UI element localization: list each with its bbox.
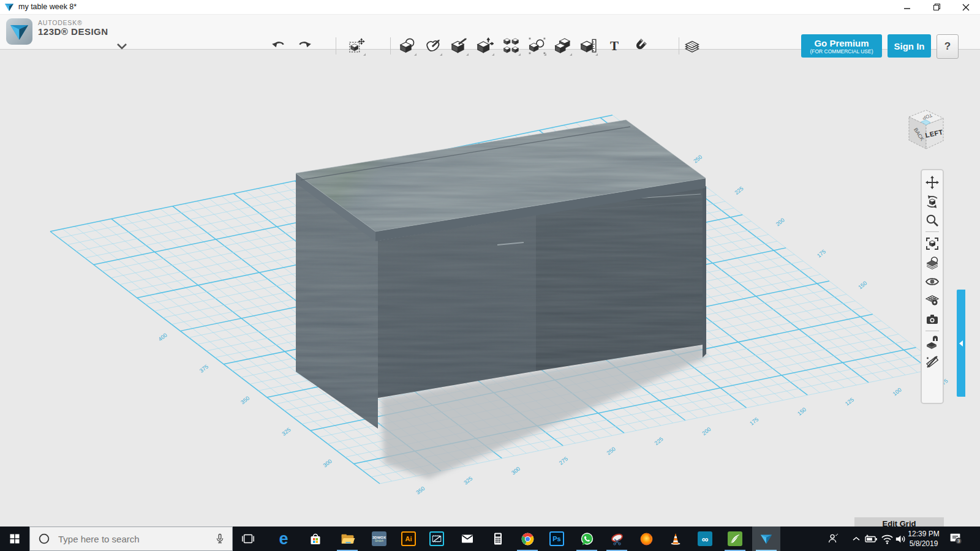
- tray-battery-icon[interactable]: [864, 531, 878, 546]
- measure-icon: [580, 37, 597, 54]
- grid-axis-label: 300: [322, 458, 333, 468]
- modify-tool-button[interactable]: [475, 36, 496, 56]
- taskbar-arduino[interactable]: ∞: [691, 527, 719, 551]
- construct-tool-button[interactable]: [449, 36, 470, 56]
- whatsapp-icon: [579, 531, 595, 547]
- taskbar-chrome[interactable]: [513, 527, 541, 551]
- transform-tool-button[interactable]: [346, 36, 367, 56]
- eye-icon: [925, 274, 940, 289]
- redo-button[interactable]: [294, 36, 315, 56]
- zoom-button[interactable]: [923, 211, 941, 230]
- zoom-fit-button[interactable]: [923, 234, 941, 253]
- 3dwox-icon: 3DWOX Sindoh: [372, 531, 386, 546]
- table-model[interactable]: [296, 120, 706, 479]
- drawer-seam: [589, 202, 701, 209]
- taskbar-vlc[interactable]: [662, 527, 690, 551]
- taskbar-snipping-tool[interactable]: [603, 527, 631, 551]
- 3d-viewport[interactable]: 3503253002752502252001751501251007540037…: [0, 49, 980, 527]
- snap-settings-button[interactable]: [923, 333, 941, 352]
- combine-tool-button[interactable]: [552, 36, 573, 56]
- side-panel-handle[interactable]: [957, 290, 965, 397]
- taskbar-video-editor[interactable]: [423, 527, 451, 551]
- firefox-icon: [639, 531, 654, 547]
- tray-clock[interactable]: 12:39 PM 5/8/2019: [904, 529, 943, 549]
- tray-chevron-up[interactable]: [849, 531, 864, 546]
- video-editor-icon: [429, 531, 444, 546]
- view-cube[interactable]: TOP BACK LEFT: [902, 106, 949, 159]
- taskbar-firefox[interactable]: [632, 527, 660, 551]
- main-menu-chevron[interactable]: [116, 43, 127, 50]
- text-tool-button[interactable]: T: [604, 36, 625, 56]
- store-icon: [308, 531, 323, 546]
- undo-button[interactable]: [268, 36, 289, 56]
- orbit-button[interactable]: [923, 192, 941, 211]
- view-style-button[interactable]: [923, 253, 941, 272]
- grid-axis-label: 350: [415, 485, 426, 495]
- minimize-button[interactable]: [893, 0, 921, 14]
- primitives-tool-button[interactable]: [397, 36, 418, 56]
- tray-date: 5/8/2019: [904, 539, 943, 549]
- ruler-disabled-button[interactable]: [923, 352, 941, 371]
- cortana-icon: [37, 532, 51, 545]
- tabletop-edge-left: [296, 173, 375, 241]
- brand-text: AUTODESK® 123D® DESIGN: [38, 20, 108, 37]
- toolbar-separator: [336, 37, 336, 54]
- go-premium-button[interactable]: Go Premium (FOR COMMERCIAL USE): [801, 34, 882, 58]
- measure-tool-button[interactable]: [578, 36, 599, 56]
- design-app-icon: [728, 531, 742, 546]
- window-title-bar[interactable]: my table week 8*: [0, 0, 980, 15]
- modify-icon: [477, 37, 494, 54]
- tray-action-center[interactable]: 3: [948, 531, 963, 546]
- taskbar-mail[interactable]: [453, 527, 481, 551]
- start-button[interactable]: [0, 527, 29, 551]
- app-logo[interactable]: [6, 18, 32, 45]
- tray-time: 12:39 PM: [904, 529, 943, 539]
- grid-axis-label: 400: [157, 332, 168, 342]
- search-input[interactable]: [57, 533, 214, 545]
- pattern-tool-button[interactable]: [501, 36, 522, 56]
- sign-in-button[interactable]: Sign In: [888, 34, 931, 58]
- taskbar-file-explorer[interactable]: [333, 527, 361, 551]
- table-inner-back-face: [378, 215, 536, 398]
- taskbar-task-view[interactable]: [234, 527, 262, 551]
- taskbar-whatsapp[interactable]: [573, 527, 601, 551]
- windows-taskbar: e 3DWOX Sindoh Ai Ps: [0, 527, 980, 551]
- sketch-icon: [424, 37, 442, 54]
- snipping-tool-icon: [609, 531, 625, 547]
- material-tool-button[interactable]: [682, 36, 703, 56]
- grid-axis-label: 125: [844, 397, 855, 407]
- taskbar-3dwox-slicer[interactable]: 3DWOX Sindoh: [365, 527, 393, 551]
- taskbar-illustrator[interactable]: Ai: [394, 527, 423, 551]
- taskbar-edge[interactable]: e: [270, 527, 298, 551]
- tray-people-icon[interactable]: [826, 531, 840, 546]
- screenshot-button[interactable]: [923, 310, 941, 329]
- restore-button[interactable]: [922, 0, 951, 14]
- windows-logo-icon: [9, 533, 20, 544]
- snap-magnet-icon: [925, 335, 940, 350]
- edit-grid-button[interactable]: Edit Grid: [854, 517, 944, 527]
- grid-axis-label: 325: [281, 427, 292, 437]
- wood-grain: [296, 120, 706, 231]
- taskbar-photoshop[interactable]: Ps: [543, 527, 571, 551]
- grid-axis-label: 175: [748, 416, 760, 427]
- taskbar-123d-design[interactable]: [752, 527, 780, 551]
- wood-grain: [296, 120, 706, 231]
- visibility-button[interactable]: [923, 272, 941, 291]
- pan-button[interactable]: [923, 173, 941, 192]
- wood-grain: [296, 182, 378, 429]
- grid-axis-label: 175: [816, 249, 827, 259]
- sketch-tool-button[interactable]: [423, 36, 443, 56]
- taskbar-search[interactable]: [29, 527, 233, 551]
- text-icon: T: [606, 37, 623, 54]
- grouping-tool-button[interactable]: [527, 36, 548, 56]
- taskbar-calculator[interactable]: [484, 527, 512, 551]
- taskbar-store[interactable]: [301, 527, 330, 551]
- snap-tool-button[interactable]: [629, 36, 650, 56]
- taskbar-design-app[interactable]: [721, 527, 749, 551]
- close-button[interactable]: [952, 0, 980, 14]
- tray-wifi-icon[interactable]: [880, 531, 894, 546]
- grid-visibility-button[interactable]: [923, 291, 941, 310]
- help-button[interactable]: ?: [937, 34, 959, 59]
- table-left-panel: [296, 182, 378, 429]
- brand-line1: AUTODESK®: [38, 20, 108, 27]
